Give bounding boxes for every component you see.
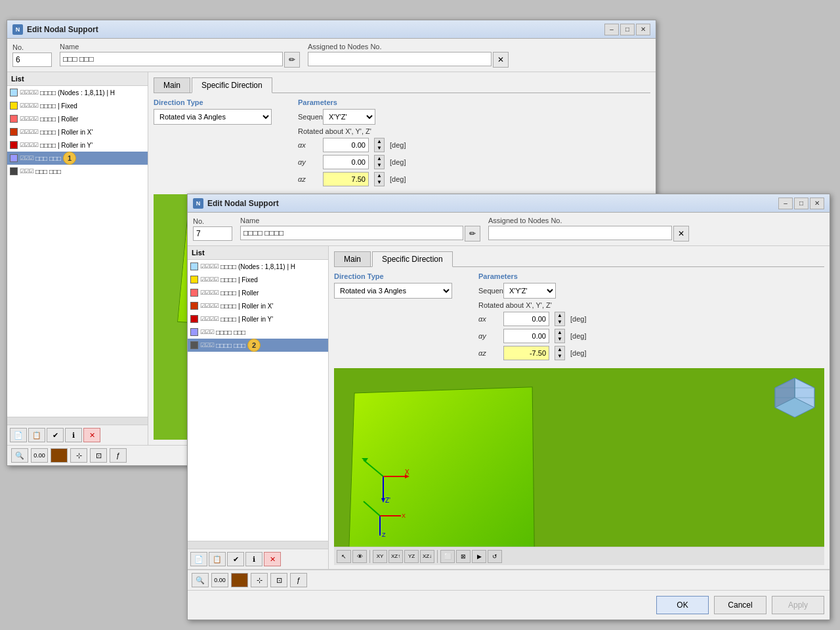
list-item-2-5[interactable]: ☑☑☑☑ □□□□ | Roller in Y': [188, 312, 328, 326]
maximize-btn-2[interactable]: □: [794, 198, 808, 209]
az-spin-2[interactable]: ▲ ▼: [555, 346, 565, 360]
maximize-btn-1[interactable]: □: [620, 24, 635, 35]
ay-spin-1[interactable]: ▲ ▼: [374, 155, 385, 169]
sequence-select-1[interactable]: X'Y'Z': [323, 109, 375, 125]
info-btn-1[interactable]: ℹ: [65, 428, 82, 442]
vp-btn-render-2[interactable]: ⬜: [440, 550, 455, 563]
list-item-1-6[interactable]: ☑☑☑ □□□ □□□ 1: [7, 152, 148, 165]
no-input-2[interactable]: [193, 226, 232, 241]
vp-btn-wire-2[interactable]: ⊠: [456, 550, 471, 563]
info-btn-2[interactable]: ℹ: [245, 552, 262, 566]
list-scrollbar-2[interactable]: [188, 541, 328, 549]
search-btn-1[interactable]: 🔍: [11, 448, 28, 463]
vp-btn-yz-2[interactable]: YZ: [404, 550, 419, 563]
vp-btn-more-2[interactable]: ▶: [472, 550, 486, 563]
vp-btn-cursor-2[interactable]: ↖: [337, 550, 351, 563]
value-btn-1[interactable]: 0.00: [31, 448, 48, 463]
list-item-1-3[interactable]: ☑☑☑☑ □□□□ | Roller: [7, 112, 148, 125]
name-input-1[interactable]: [60, 52, 283, 66]
ay-up-1[interactable]: ▲: [375, 156, 384, 162]
node-btn-2[interactable]: ⊹: [251, 573, 268, 587]
ay-down-2[interactable]: ▼: [555, 336, 564, 343]
copy-btn-2[interactable]: 📋: [209, 552, 226, 566]
delete-btn-1[interactable]: ✕: [83, 428, 100, 442]
ay-input-1[interactable]: [323, 155, 369, 169]
cancel-button-2[interactable]: Cancel: [714, 596, 766, 614]
vp-btn-xy-2[interactable]: XY: [373, 550, 387, 563]
vp-btn-view-2[interactable]: 👁: [352, 550, 367, 563]
delete-btn-2[interactable]: ✕: [264, 552, 281, 566]
name-edit-btn-1[interactable]: ✏: [284, 52, 300, 68]
close-btn-1[interactable]: ✕: [636, 24, 650, 35]
list-item-2-3[interactable]: ☑☑☑☑ □□□□ | Roller: [188, 286, 328, 299]
copy-btn-1[interactable]: 📋: [28, 428, 45, 442]
direction-type-select-2[interactable]: Rotated via 3 Angles: [334, 283, 452, 299]
name-input-2[interactable]: [240, 226, 463, 240]
minimize-btn-2[interactable]: –: [778, 198, 793, 209]
filter-btn-1[interactable]: ⊡: [90, 448, 107, 463]
confirm-btn-2[interactable]: ✔: [227, 552, 244, 566]
az-down-2[interactable]: ▼: [555, 353, 564, 360]
ay-spin-2[interactable]: ▲ ▼: [555, 329, 565, 343]
new-btn-2[interactable]: 📄: [190, 552, 207, 566]
az-spin-1[interactable]: ▲ ▼: [374, 172, 385, 186]
az-down-1[interactable]: ▼: [375, 179, 384, 186]
ax-up-1[interactable]: ▲: [375, 138, 384, 145]
info-btn-bottom-2[interactable]: ƒ: [290, 573, 307, 587]
ax-down-1[interactable]: ▼: [375, 145, 384, 152]
list-item-1-5[interactable]: ☑☑☑☑ □□□□ | Roller in Y': [7, 138, 148, 152]
apply-button-2[interactable]: Apply: [772, 596, 824, 614]
list-items-2[interactable]: ☑☑☑☑ □□□□ (Nodes : 1,8,11) | H ☑☑☑☑ □□□□…: [188, 260, 328, 541]
list-item-1-7[interactable]: ☑☑☑ □□□ □□□: [7, 165, 148, 178]
sequence-select-2[interactable]: X'Y'Z': [503, 283, 556, 299]
list-item-2-2[interactable]: ☑☑☑☑ □□□□ | Fixed: [188, 273, 328, 286]
color-btn-1[interactable]: [51, 448, 68, 463]
list-item-2-7[interactable]: ☑☑☑ □□□□ □□□ 2: [188, 339, 328, 352]
name-edit-btn-2[interactable]: ✏: [465, 226, 480, 242]
ay-up-2[interactable]: ▲: [555, 329, 564, 336]
ax-spin-1[interactable]: ▲ ▼: [374, 138, 385, 152]
assigned-clear-btn-1[interactable]: ✕: [493, 52, 509, 68]
assigned-input-2[interactable]: [488, 226, 672, 240]
list-item-1-4[interactable]: ☑☑☑☑ □□□□ | Roller in X': [7, 125, 148, 138]
tab-main-1[interactable]: Main: [154, 77, 190, 93]
ax-down-2[interactable]: ▼: [555, 319, 564, 326]
ay-input-2[interactable]: [503, 329, 549, 343]
az-up-2[interactable]: ▲: [555, 346, 564, 353]
value-btn-2[interactable]: 0.00: [211, 573, 228, 587]
direction-type-select-1[interactable]: Rotated via 3 Angles: [154, 109, 272, 125]
az-input-2[interactable]: [503, 346, 549, 360]
tab-specific-2[interactable]: Specific Direction: [372, 251, 453, 267]
assigned-clear-btn-2[interactable]: ✕: [673, 226, 689, 242]
node-btn-1[interactable]: ⊹: [70, 448, 87, 463]
minimize-btn-1[interactable]: –: [604, 24, 619, 35]
list-item-2-6[interactable]: ☑☑☑ □□□□ □□□: [188, 326, 328, 339]
info-btn-bottom-1[interactable]: ƒ: [110, 448, 127, 463]
ax-up-2[interactable]: ▲: [555, 312, 564, 319]
search-btn-2[interactable]: 🔍: [192, 573, 209, 587]
no-input-1[interactable]: [12, 52, 52, 67]
ax-input-2[interactable]: [503, 312, 549, 326]
vp-btn-xz-2[interactable]: XZ↑: [388, 550, 403, 563]
filter-btn-2[interactable]: ⊡: [270, 573, 287, 587]
vp-btn-xz2-2[interactable]: XZ↓: [420, 550, 434, 563]
vp-btn-extra-2[interactable]: ↺: [488, 550, 502, 563]
list-item-2-4[interactable]: ☑☑☑☑ □□□□ | Roller in X': [188, 299, 328, 312]
ay-down-1[interactable]: ▼: [375, 162, 384, 169]
list-item-1-1[interactable]: ☑☑☑☑ □□□□ (Nodes : 1,8,11) | H: [7, 86, 148, 99]
confirm-btn-1[interactable]: ✔: [47, 428, 64, 442]
az-input-1[interactable]: [323, 172, 369, 186]
tab-main-2[interactable]: Main: [334, 251, 371, 266]
az-up-1[interactable]: ▲: [375, 173, 384, 179]
assigned-input-1[interactable]: [308, 52, 492, 66]
ax-spin-2[interactable]: ▲ ▼: [555, 312, 565, 326]
tab-specific-1[interactable]: Specific Direction: [192, 77, 272, 93]
list-scrollbar-1[interactable]: [7, 417, 148, 425]
list-item-1-2[interactable]: ☑☑☑☑ □□□□ | Fixed: [7, 99, 148, 112]
list-items-1[interactable]: ☑☑☑☑ □□□□ (Nodes : 1,8,11) | H ☑☑☑☑ □□□□…: [7, 86, 148, 417]
close-btn-2[interactable]: ✕: [810, 198, 824, 209]
list-item-2-1[interactable]: ☑☑☑☑ □□□□ (Nodes : 1,8,11) | H: [188, 260, 328, 273]
ok-button-2[interactable]: OK: [656, 596, 709, 614]
color-btn-2[interactable]: [231, 573, 248, 587]
new-btn-1[interactable]: 📄: [10, 428, 27, 442]
